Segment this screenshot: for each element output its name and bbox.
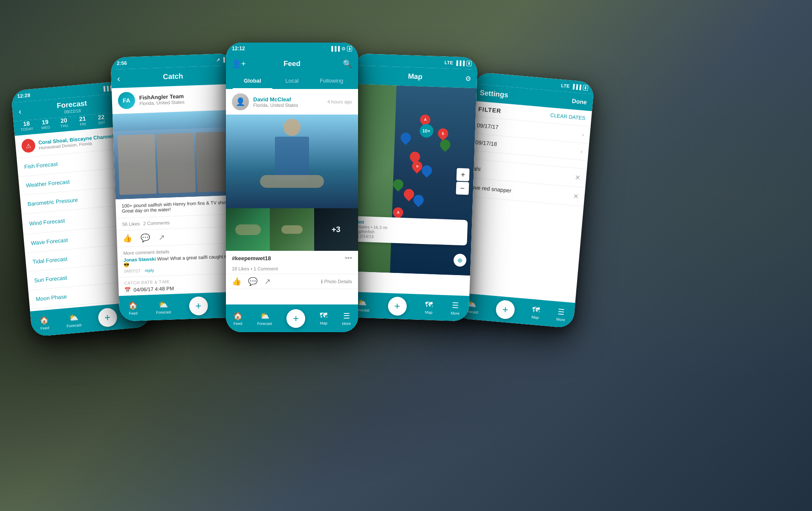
- bottom-nav-settings: ⛅ Forecast + 🗺 Map ☰ More: [454, 293, 575, 328]
- moon-phase-label: Moon Phase: [35, 293, 67, 302]
- status-time-catch: 2:56: [117, 60, 127, 66]
- phone-feed: 12:12 ▐▐▐ ⊙ ▮ 👤+ Feed 🔍 Global Local Fol…: [226, 43, 358, 332]
- nav-feed-label-catch: Feed: [129, 311, 138, 316]
- settings-title: Settings: [480, 89, 509, 100]
- forecast-nav-icon: ⛅: [68, 313, 78, 323]
- nav-forecast-forecast[interactable]: ⛅ Forecast: [66, 313, 82, 328]
- map-icon-feed: 🗺: [320, 311, 327, 320]
- tab-following[interactable]: Following: [312, 73, 351, 89]
- comment-icon-feed[interactable]: 💬: [248, 277, 257, 286]
- clear-dates-button[interactable]: CLEAR DATES: [550, 112, 586, 121]
- nav-map-label-settings: Map: [532, 315, 539, 319]
- feed-icon-feed: 🏠: [233, 311, 243, 321]
- add-friend-icon[interactable]: 👤+: [232, 59, 246, 69]
- bottom-nav-feed: 🏠 Feed ⛅ Forecast + 🗺 Map ☰ More: [226, 304, 358, 332]
- feed-comment-count: 1 Comment: [254, 266, 278, 271]
- map-icon-settings: 🗺: [532, 305, 540, 314]
- nav-plus-map[interactable]: +: [387, 296, 407, 316]
- status-icons-map: LTE ▐▐▐ ▮: [445, 60, 472, 66]
- signal-icon-map: ▐▐▐: [455, 60, 465, 66]
- feed-timestamp: 4 hours ago: [327, 99, 352, 104]
- nav-more-settings[interactable]: ☰ More: [556, 307, 566, 322]
- chevron-icon-date-1: ›: [582, 131, 584, 138]
- share-icon-catch[interactable]: ↗: [159, 233, 165, 242]
- nav-more-feed[interactable]: ☰ More: [342, 311, 351, 326]
- like-icon-feed[interactable]: 👍: [232, 277, 241, 286]
- sub-fish-1: [235, 224, 261, 235]
- date-item-0: 18 TODAY: [17, 120, 35, 132]
- tab-local[interactable]: Local: [272, 73, 312, 89]
- nav-plus-catch[interactable]: +: [189, 296, 208, 316]
- comment-date: 04/07/17: [124, 268, 141, 273]
- zoom-in-button[interactable]: +: [457, 168, 470, 181]
- back-button-forecast[interactable]: ‹: [18, 106, 22, 116]
- feed-icon: 🏠: [39, 316, 49, 326]
- tab-global[interactable]: Global: [233, 73, 272, 89]
- feed-caption-row: #keepemwet18 •••: [226, 251, 358, 265]
- filter-title: FILTER: [478, 106, 502, 115]
- nav-forecast-feed[interactable]: ⛅ Forecast: [257, 311, 272, 326]
- nav-map-map[interactable]: 🗺 Map: [425, 300, 433, 315]
- feed-sub-images: +3: [226, 208, 358, 251]
- nav-plus-forecast[interactable]: +: [97, 307, 118, 328]
- catch-date-text: 04/06/17 4:48 PM: [133, 285, 174, 293]
- nav-feed-forecast[interactable]: 🏠 Feed: [39, 316, 50, 331]
- nav-feed-label-feed: Feed: [234, 322, 243, 326]
- nav-feed-feed[interactable]: 🏠 Feed: [233, 311, 243, 326]
- feed-caption-text: #keepemwet18: [232, 255, 271, 261]
- feed-post-1: 👤 David McCleaf Florida, United States 4…: [226, 89, 358, 289]
- map-cluster-10[interactable]: 10+: [419, 124, 433, 138]
- nav-more-label-feed: More: [342, 322, 351, 326]
- done-button-settings[interactable]: Done: [572, 98, 587, 106]
- nav-map-settings[interactable]: 🗺 Map: [531, 305, 540, 319]
- photo-details-button[interactable]: ℹ Photo Details: [321, 279, 352, 284]
- search-icon-feed[interactable]: 🔍: [343, 59, 352, 69]
- battery-icon-feed: ▮: [347, 46, 352, 52]
- sub-image-3: +3: [314, 208, 358, 251]
- avatar-placeholder: 👤: [236, 97, 245, 106]
- lte-icon-map: LTE: [445, 60, 453, 66]
- share-icon-feed[interactable]: ↗: [264, 277, 271, 286]
- nav-map-feed[interactable]: 🗺 Map: [320, 311, 327, 325]
- feed-comments-count: •: [251, 266, 254, 271]
- status-icons-feed: ▐▐▐ ⊙ ▮: [330, 46, 352, 52]
- nav-forecast-label-feed: Forecast: [257, 322, 272, 326]
- feed-icon-catch: 🏠: [128, 301, 138, 310]
- wave-forecast-label: Wave Forecast: [31, 237, 68, 247]
- catch-user-info: FishAngler Team Florida, United States: [139, 93, 185, 106]
- like-icon-catch[interactable]: 👍: [123, 234, 133, 244]
- remove-species-2-button[interactable]: ✕: [572, 192, 579, 201]
- feed-tabs: Global Local Following: [226, 73, 358, 89]
- nav-feed-catch[interactable]: 🏠 Feed: [128, 301, 138, 316]
- feed-post-header: 👤 David McCleaf Florida, United States 4…: [226, 89, 358, 115]
- back-button-catch[interactable]: ‹: [117, 74, 120, 83]
- lte-icon-settings: LTE: [561, 83, 570, 89]
- map-content[interactable]: A 10+ 5 A: [347, 84, 477, 276]
- status-time-feed: 12:12: [232, 46, 245, 52]
- bottom-nav-map: ⛅ Forecast + 🗺 Map ☰ More: [345, 292, 469, 322]
- phones-container: 12:28 ▐▐▐ ⊙ ▮ ‹ Forecast 09/22/18 18 TOD…: [0, 0, 812, 511]
- signal-icon-forecast: ▐▐▐: [102, 86, 112, 92]
- species-name-2: ove red snapper: [471, 184, 512, 194]
- feed-avatar: 👤: [232, 93, 249, 110]
- forecast-icon-catch: ⛅: [159, 300, 168, 310]
- feed-user-name: David McCleaf: [253, 96, 298, 103]
- nav-more-map[interactable]: ☰ More: [451, 301, 460, 316]
- remove-species-1-button[interactable]: ✕: [574, 173, 581, 182]
- phone-map: LTE ▐▐▐ ▮ Map ⚙ A 10+ 5: [345, 53, 477, 322]
- wifi-icon-feed: ⊙: [341, 46, 345, 52]
- feed-user-info: David McCleaf Florida, United States: [253, 96, 298, 108]
- nav-plus-settings[interactable]: +: [495, 299, 516, 320]
- filter-icon-map[interactable]: ⚙: [465, 75, 471, 83]
- feed-nav-header: 👤+ Feed 🔍: [226, 55, 358, 73]
- nav-more-label-settings: More: [556, 317, 565, 322]
- reply-link[interactable]: reply: [145, 268, 154, 273]
- date-item-2: 20 THU: [55, 116, 73, 129]
- feed-likes-count: 18 Likes: [232, 266, 249, 271]
- nav-forecast-catch[interactable]: ⛅ Forecast: [156, 300, 171, 315]
- nav-plus-feed[interactable]: +: [286, 309, 305, 328]
- zoom-out-button[interactable]: −: [456, 182, 469, 195]
- more-options-icon[interactable]: •••: [345, 254, 352, 262]
- wind-forecast-label: Wind Forecast: [29, 217, 65, 227]
- comment-icon-catch[interactable]: 💬: [141, 233, 150, 243]
